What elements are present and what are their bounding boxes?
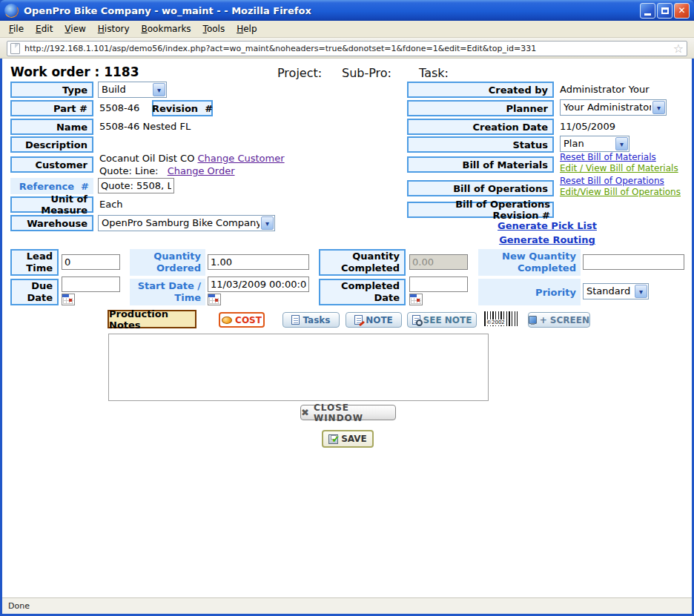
reset-bom-link[interactable]: Reset Bill of Materials bbox=[560, 152, 678, 163]
status-label: Status bbox=[407, 136, 554, 153]
save-button[interactable]: ✔SAVE bbox=[322, 430, 374, 448]
menu-bar: File Edit View History Bookmarks Tools H… bbox=[0, 21, 694, 38]
url-field[interactable]: http://192.168.1.101/asp/demo56/index.ph… bbox=[7, 41, 687, 56]
work-order-page: Work order : 1183 Project: Sub-Pro: Task… bbox=[2, 59, 692, 597]
priority-select[interactable]: Standard▾ bbox=[583, 283, 649, 299]
menu-view[interactable]: View bbox=[59, 21, 91, 36]
calendar-icon[interactable] bbox=[62, 294, 75, 305]
browser-window: OpenPro Bike Company - wo_maint - - Mozi… bbox=[0, 0, 694, 616]
due-date-input[interactable] bbox=[62, 276, 120, 292]
notes-textarea[interactable] bbox=[108, 334, 489, 401]
bom-links: Reset Bill of Materials Edit / View Bill… bbox=[560, 152, 678, 174]
name-label: Name bbox=[10, 119, 93, 135]
reference-label: Reference # bbox=[10, 178, 93, 194]
minimize-button[interactable] bbox=[640, 3, 655, 19]
completed-date-label: Completed Date bbox=[319, 279, 406, 305]
status-select[interactable]: Plan▾ bbox=[560, 136, 629, 152]
new-qty-input[interactable] bbox=[583, 254, 684, 270]
type-select[interactable]: Build▾ bbox=[98, 82, 167, 98]
qty-completed-label: Quantity Completed bbox=[319, 249, 406, 276]
qty-ordered-label: Quantity Ordered bbox=[130, 249, 205, 276]
bookmark-star-icon[interactable]: ☆ bbox=[673, 43, 684, 55]
menu-tools[interactable]: Tools bbox=[197, 21, 231, 36]
chevron-down-icon[interactable]: ▾ bbox=[153, 83, 165, 96]
note-button[interactable]: NOTE bbox=[346, 312, 402, 328]
page-icon bbox=[10, 43, 20, 54]
menu-file[interactable]: File bbox=[3, 21, 30, 36]
cost-button[interactable]: COST bbox=[219, 312, 265, 328]
document-icon bbox=[291, 315, 300, 325]
revision-label: Revision # bbox=[152, 100, 213, 116]
maximize-button[interactable] bbox=[657, 3, 672, 19]
note-magnifier-icon bbox=[412, 315, 420, 325]
menu-bookmarks[interactable]: Bookmarks bbox=[136, 21, 197, 36]
project-label: Project: bbox=[277, 66, 322, 80]
close-window-button[interactable]: ✖CLOSE WINDOW bbox=[300, 405, 396, 420]
part-number-label: Part # bbox=[10, 100, 93, 116]
uom-label: Unit of Measure bbox=[10, 196, 93, 213]
warehouse-select[interactable]: OpenPro Samburg Bike Company▾ bbox=[98, 215, 275, 231]
tasks-button[interactable]: Tasks bbox=[282, 312, 340, 328]
customer-label: Customer bbox=[10, 156, 93, 173]
url-text[interactable]: http://192.168.1.101/asp/demo56/index.ph… bbox=[24, 44, 673, 53]
warehouse-label: Warehouse bbox=[10, 215, 93, 231]
bom-label: Bill of Materials bbox=[407, 156, 554, 173]
menu-help[interactable]: Help bbox=[231, 21, 262, 36]
monitor-icon bbox=[529, 316, 537, 325]
status-bar: Done bbox=[2, 597, 692, 614]
qty-ordered-input[interactable] bbox=[208, 254, 309, 270]
edit-view-bom-link[interactable]: Edit / View Bill of Materials bbox=[560, 163, 678, 174]
boo-revision-label: Bill of Operations Revision # bbox=[407, 202, 554, 218]
change-customer-link[interactable]: Change Customer bbox=[198, 153, 285, 164]
generate-routing-link[interactable]: Generate Routing bbox=[469, 234, 625, 245]
part-number-value: 5508-46 bbox=[99, 100, 139, 116]
note-pencil-icon bbox=[354, 315, 363, 325]
calendar-icon[interactable] bbox=[409, 294, 423, 305]
minimize-icon bbox=[644, 13, 651, 16]
edit-view-boo-link[interactable]: Edit/View Bill of Operations bbox=[560, 187, 681, 198]
floppy-save-icon: ✔ bbox=[328, 434, 338, 444]
priority-label: Priority bbox=[478, 279, 581, 305]
production-notes-button[interactable]: Production Notes bbox=[108, 310, 196, 328]
task-label: Task: bbox=[419, 66, 449, 80]
chevron-down-icon[interactable]: ▾ bbox=[261, 216, 274, 230]
chevron-down-icon[interactable]: ▾ bbox=[615, 137, 628, 150]
type-label: Type bbox=[10, 82, 93, 98]
completed-date-input[interactable] bbox=[409, 276, 468, 292]
generate-pick-list-link[interactable]: Generate Pick List bbox=[469, 220, 625, 231]
reset-boo-link[interactable]: Reset Bill of Operations bbox=[560, 176, 681, 187]
start-date-input[interactable] bbox=[208, 276, 309, 292]
planner-label: Planner bbox=[407, 100, 554, 116]
quote-line-label: Quote: Line: bbox=[99, 165, 159, 176]
qty-completed-input bbox=[409, 254, 468, 270]
description-label: Description bbox=[10, 136, 93, 153]
chevron-down-icon[interactable]: ▾ bbox=[652, 101, 665, 114]
calendar-icon[interactable] bbox=[208, 294, 221, 305]
name-value: 5508-46 Nested FL bbox=[99, 119, 191, 135]
barcode-text: ©2002 bbox=[486, 319, 506, 325]
add-screen-button[interactable]: + SCREEN bbox=[528, 312, 590, 328]
planner-select[interactable]: Your Administrator▾ bbox=[560, 99, 667, 116]
customer-block: Cocanut Oil Dist CO Change Customer Quot… bbox=[99, 152, 285, 177]
reference-input[interactable] bbox=[98, 178, 174, 193]
titlebar[interactable]: OpenPro Bike Company - wo_maint - - Mozi… bbox=[0, 0, 694, 21]
see-note-button[interactable]: SEE NOTE bbox=[407, 312, 477, 328]
subpro-label: Sub-Pro: bbox=[342, 66, 391, 80]
firefox-icon bbox=[4, 4, 19, 18]
close-button[interactable]: ✕ bbox=[674, 3, 690, 19]
menu-edit[interactable]: Edit bbox=[30, 21, 59, 36]
url-toolbar: http://192.168.1.101/asp/demo56/index.ph… bbox=[0, 38, 694, 59]
boo-links: Reset Bill of Operations Edit/View Bill … bbox=[560, 176, 681, 198]
chevron-down-icon[interactable]: ▾ bbox=[635, 285, 647, 298]
menu-history[interactable]: History bbox=[92, 21, 136, 36]
creation-date-label: Creation Date bbox=[407, 119, 554, 135]
customer-value: Cocanut Oil Dist CO bbox=[99, 153, 194, 164]
window-title: OpenPro Bike Company - wo_maint - - Mozi… bbox=[24, 5, 640, 16]
boo-label: Bill of Operations bbox=[407, 180, 554, 196]
coin-icon bbox=[222, 317, 232, 324]
start-date-label: Start Date / Time bbox=[130, 279, 205, 305]
change-order-link[interactable]: Change Order bbox=[168, 165, 235, 176]
due-date-label: Due Date bbox=[10, 279, 59, 305]
lead-time-input[interactable] bbox=[62, 254, 120, 270]
barcode-image: ©2002 bbox=[483, 311, 518, 327]
